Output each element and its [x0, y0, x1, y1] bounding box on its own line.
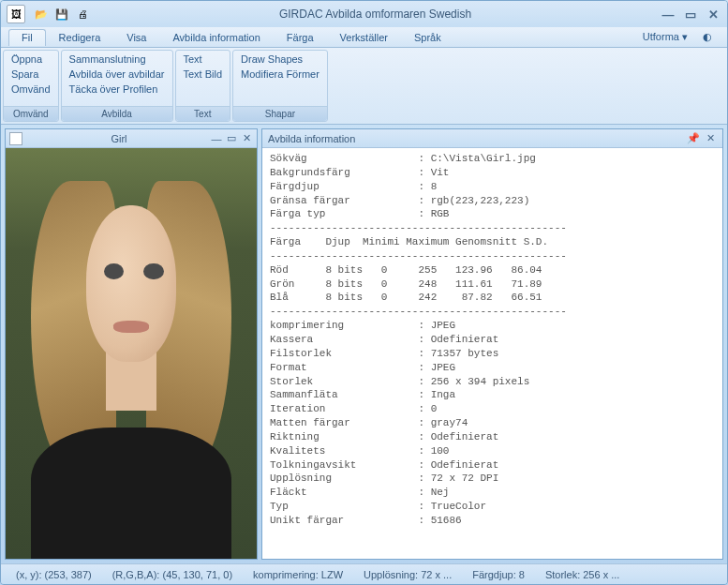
ribbon-group-text: TextText BildText — [175, 50, 231, 122]
menu-item-verkställer[interactable]: Verkställer — [327, 29, 401, 46]
image-window-title: Girl — [28, 133, 210, 144]
status-resolution: Upplösning: 72 x ... — [356, 569, 459, 580]
image-window-titlebar: Girl — ▭ ✕ — [6, 129, 257, 148]
quick-access-toolbar: 📂 💾 🖨 — [33, 6, 91, 22]
help-icon[interactable]: ◐ — [695, 28, 720, 46]
menu-item-redigera[interactable]: Redigera — [46, 29, 114, 46]
ribbon-button[interactable]: Draw Shapes — [239, 52, 321, 66]
ribbon-button[interactable]: Täcka över Profilen — [67, 82, 167, 96]
menu-item-språk[interactable]: Språk — [401, 29, 454, 46]
status-bar: (x, y): (253, 387) (R,G,B,A): (45, 130, … — [1, 563, 727, 584]
right-pane: Avbilda information 📌 ✕ Sökväg : C:\Vist… — [261, 125, 727, 563]
ribbon-button[interactable]: Text — [182, 52, 225, 66]
status-compression: komprimering: LZW — [245, 569, 350, 580]
maximize-button[interactable]: ▭ — [682, 6, 699, 22]
ribbon-button[interactable]: Spara — [9, 68, 52, 81]
ribbon-group-omvänd: ÖppnaSparaOmvändOmvänd — [3, 50, 59, 122]
close-button[interactable]: ✕ — [705, 6, 721, 22]
info-panel-body: Sökväg : C:\Vista\Girl.jpg Bakgrundsfärg… — [262, 148, 722, 559]
menu-bar: FilRedigeraVisaAvbilda informationFärgaV… — [1, 27, 727, 48]
print-icon[interactable]: 🖨 — [74, 6, 91, 22]
pin-icon[interactable]: 📌 — [687, 132, 700, 145]
ribbon-group-title: Avbilda — [62, 106, 172, 121]
menu-utforma[interactable]: Utforma ▾ — [635, 28, 695, 46]
status-depth: Färgdjup: 8 — [465, 569, 532, 580]
ribbon-group-title: Omvänd — [4, 106, 58, 121]
menu-item-färga[interactable]: Färga — [274, 29, 327, 46]
app-title: GIRDAC Avbilda omformaren Swedish — [91, 8, 660, 21]
image-window-minimize[interactable]: — — [210, 132, 223, 145]
ribbon-button[interactable]: Modifiera Förmer — [239, 68, 321, 81]
window-controls: — ▭ ✕ — [660, 6, 721, 22]
ribbon-button[interactable]: Omvänd — [9, 82, 52, 96]
image-window: Girl — ▭ ✕ — [5, 128, 258, 560]
status-rgba: (R,G,B,A): (45, 130, 71, 0) — [105, 569, 240, 580]
ribbon-button[interactable]: Avbilda över avbildar — [67, 68, 167, 81]
status-xy: (x, y): (253, 387) — [8, 569, 99, 580]
save-icon[interactable]: 💾 — [53, 6, 70, 22]
minimize-button[interactable]: — — [660, 6, 676, 22]
image-window-icon — [9, 132, 22, 145]
ribbon-button[interactable]: Öppna — [9, 52, 52, 66]
ribbon: ÖppnaSparaOmvändOmvändSammanslutningAvbi… — [1, 48, 727, 125]
status-size: Storlek: 256 x ... — [538, 569, 627, 580]
menu-item-visa[interactable]: Visa — [113, 29, 159, 46]
menu-item-avbilda-information[interactable]: Avbilda information — [159, 29, 273, 46]
image-window-maximize[interactable]: ▭ — [225, 132, 238, 145]
open-icon[interactable]: 📂 — [33, 6, 50, 22]
info-panel-titlebar: Avbilda information 📌 ✕ — [262, 129, 722, 148]
info-close-icon[interactable]: ✕ — [704, 132, 717, 145]
ribbon-group-title: Text — [176, 106, 230, 121]
image-canvas[interactable] — [6, 148, 257, 559]
image-window-close[interactable]: ✕ — [240, 132, 253, 145]
info-panel: Avbilda information 📌 ✕ Sökväg : C:\Vist… — [261, 128, 723, 560]
left-pane: Girl — ▭ ✕ — [1, 125, 261, 563]
ribbon-group-shapar: Draw ShapesModifiera FörmerShapar — [232, 50, 328, 122]
workspace: Girl — ▭ ✕ — [1, 125, 727, 563]
ribbon-button[interactable]: Sammanslutning — [67, 52, 167, 66]
info-panel-title: Avbilda information — [268, 133, 687, 144]
ribbon-button[interactable]: Text Bild — [182, 68, 225, 81]
ribbon-group-title: Shapar — [233, 106, 327, 121]
ribbon-group-avbilda: SammanslutningAvbilda över avbildarTäcka… — [61, 50, 173, 122]
titlebar: 🖼 📂 💾 🖨 GIRDAC Avbilda omformaren Swedis… — [1, 1, 727, 27]
app-icon[interactable]: 🖼 — [7, 5, 25, 23]
menu-item-fil[interactable]: Fil — [8, 29, 46, 46]
